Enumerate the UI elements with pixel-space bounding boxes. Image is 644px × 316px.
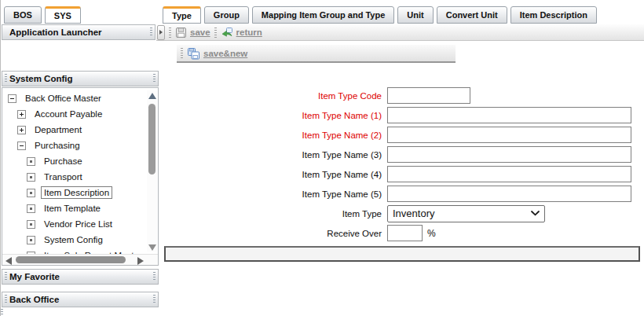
panel-header-system-config[interactable]: System Config — [2, 71, 159, 86]
tree-item-item-description[interactable]: Item Description — [2, 185, 147, 200]
save-button[interactable]: save — [175, 27, 210, 39]
my-favorite-label: My Favorite — [9, 272, 60, 281]
app-window: BOSSYS TypeGroupMapping Item Group and T… — [0, 0, 644, 316]
collapse-icon[interactable] — [8, 94, 16, 103]
item-type-name-3-input[interactable] — [387, 146, 631, 163]
save-new-icon — [187, 47, 200, 60]
collapse-icon[interactable] — [17, 141, 26, 150]
tree-item-purchase[interactable]: Purchase — [2, 153, 147, 169]
tab-mapping-item-group-and-type[interactable]: Mapping Item Group and Type — [252, 6, 394, 24]
secondary-toolbar: save&new — [177, 45, 456, 63]
application-launcher-label: Application Launcher — [9, 28, 102, 37]
tree-item-system-config[interactable]: System Config — [2, 232, 147, 248]
tree-item-transport[interactable]: Transport — [2, 169, 147, 185]
item-type-name-5-label: Item Type Name (5) — [156, 189, 387, 199]
empty-grid-strip — [164, 246, 640, 262]
save-icon — [175, 27, 187, 39]
receive-over-label: Receive Over — [156, 229, 387, 238]
tree-item-account-payable[interactable]: Account Payable — [2, 106, 147, 122]
item-type-form: Item Type CodeItem Type Name (1)Item Typ… — [156, 86, 642, 243]
side-tab-sys[interactable]: SYS — [45, 6, 81, 24]
sidebar-collapse-handle[interactable] — [157, 25, 165, 40]
system-config-tree: Back Office MasterAccount PayableDepartm… — [2, 87, 159, 266]
tree-horizontal-scrollbar — [2, 254, 158, 265]
tree-item-item-template[interactable]: Item Template — [2, 200, 147, 216]
resize-grip — [1, 309, 3, 316]
form-row-item-type-name-5: Item Type Name (5) — [156, 184, 642, 204]
percent-suffix: % — [427, 228, 436, 239]
item-type-code-label: Item Type Code — [156, 91, 387, 101]
item-type-name-4-label: Item Type Name (4) — [156, 170, 387, 179]
panel-header-back-office[interactable]: Back Office — [2, 292, 159, 307]
vertical-scroll-thumb[interactable] — [148, 104, 156, 175]
form-row-item-type-name-1: Item Type Name (1) — [156, 105, 642, 125]
item-type-name-5-input[interactable] — [387, 186, 631, 202]
item-type-select[interactable]: Inventory — [387, 205, 545, 222]
back-office-label: Back Office — [9, 295, 59, 304]
form-rows: Item Type CodeItem Type Name (1)Item Typ… — [156, 86, 642, 204]
scroll-right-icon[interactable] — [137, 257, 144, 265]
tab-unit[interactable]: Unit — [397, 6, 433, 24]
tab-type[interactable]: Type — [163, 6, 201, 24]
return-button[interactable]: return — [221, 26, 262, 39]
tree-item-label: Vendor Price List — [41, 218, 115, 230]
tree-item-label: Purchase — [41, 155, 86, 167]
toolbar-grip — [214, 28, 217, 38]
toolbar-grip — [169, 28, 171, 38]
system-config-label: System Config — [9, 74, 73, 83]
tree-item-label: Transport — [41, 171, 86, 183]
leaf-node-icon — [27, 157, 35, 166]
application-launcher-header[interactable]: Application Launcher — [2, 24, 156, 40]
receive-over-input[interactable] — [387, 225, 423, 241]
form-row-item-type-name-3: Item Type Name (3) — [156, 145, 642, 164]
return-button-label: return — [236, 28, 262, 37]
leaf-node-icon — [27, 204, 35, 213]
tab-convert-unit[interactable]: Convert Unit — [437, 6, 507, 24]
item-type-name-4-input[interactable] — [387, 166, 631, 182]
expand-icon[interactable] — [17, 110, 26, 119]
tree-item-label: Back Office Master — [22, 92, 104, 105]
toolbar-grip — [181, 48, 183, 58]
tree-item-item-sale-report-mast[interactable]: Item Sale Report Mast — [2, 248, 147, 254]
scroll-down-icon[interactable] — [148, 244, 156, 251]
leaf-node-icon — [27, 189, 35, 197]
tree-item-label: Department — [31, 123, 85, 136]
item-type-name-1-label: Item Type Name (1) — [156, 111, 387, 120]
tree-item-label: System Config — [41, 233, 106, 246]
panel-header-my-favorite[interactable]: My Favorite — [2, 269, 159, 285]
leaf-node-icon — [27, 173, 35, 182]
item-type-name-1-input[interactable] — [387, 107, 631, 123]
side-tab-bos[interactable]: BOS — [4, 6, 42, 24]
save-and-new-button[interactable]: save&new — [187, 47, 247, 60]
tree-item-label: Item Description — [41, 186, 112, 199]
chevron-down-icon — [531, 211, 540, 216]
horizontal-scroll-thumb[interactable] — [16, 256, 126, 263]
tree-item-back-office-master[interactable]: Back Office Master — [2, 90, 147, 106]
expand-icon[interactable] — [17, 126, 26, 134]
save-and-new-label: save&new — [203, 49, 247, 58]
scroll-up-icon[interactable] — [148, 93, 156, 99]
tree-item-purchasing[interactable]: Purchasing — [2, 138, 147, 153]
tree-item-label: Purchasing — [31, 139, 83, 152]
item-type-code-input[interactable] — [387, 87, 470, 104]
leaf-node-icon — [27, 236, 35, 244]
leaf-node-icon — [27, 220, 35, 229]
tree-item-department[interactable]: Department — [2, 122, 147, 138]
main-tab-strip: TypeGroupMapping Item Group and TypeUnit… — [163, 6, 597, 24]
main-toolbar: save return — [156, 24, 644, 41]
item-type-name-2-input[interactable] — [387, 127, 631, 143]
item-type-name-2-label: Item Type Name (2) — [156, 130, 387, 140]
tree-item-label: Account Payable — [31, 108, 105, 120]
scroll-left-icon[interactable] — [5, 257, 12, 265]
tree-item-vendor-price-list[interactable]: Vendor Price List — [2, 216, 147, 232]
form-row-item-type-code: Item Type Code — [156, 86, 642, 105]
tab-item-description[interactable]: Item Description — [510, 6, 597, 24]
collapse-arrow-icon — [159, 30, 163, 35]
item-type-row: Item Type Inventory — [156, 204, 642, 223]
save-button-label: save — [190, 28, 210, 37]
item-type-selected-value: Inventory — [393, 208, 434, 219]
tab-group[interactable]: Group — [204, 6, 249, 24]
side-tab-strip: BOSSYS — [4, 6, 81, 24]
window-left-border — [0, 0, 1, 316]
item-type-label: Item Type — [156, 209, 387, 219]
